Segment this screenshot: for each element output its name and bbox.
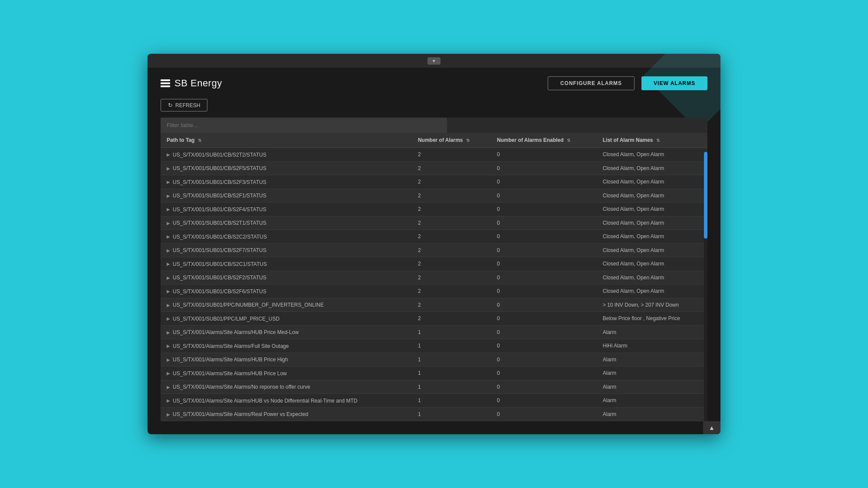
expand-button[interactable]: ▶ US_S/TX/001/Alarms/Site Alarms/Real Po…	[167, 411, 308, 417]
expand-button[interactable]: ▶ US_S/TX/001/SUB01/CB/S2F4/STATUS	[167, 206, 266, 213]
cell-num-enabled: 0	[491, 325, 597, 339]
cell-path: ▶ US_S/TX/001/SUB01/CB/S2T2/STATUS	[161, 148, 412, 162]
path-value: US_S/TX/001/SUB01/CB/S2F6/STATUS	[173, 288, 266, 295]
expand-button[interactable]: ▶ US_S/TX/001/Alarms/Site Alarms/HUB vs …	[167, 398, 357, 404]
filter-input[interactable]	[161, 118, 447, 133]
sort-icon-path: ⇅	[198, 138, 201, 143]
expand-arrow-icon: ▶	[167, 275, 170, 280]
cell-num-alarms: 2	[412, 243, 491, 257]
cell-path: ▶ US_S/TX/001/SUB01/CB/S2F4/STATUS	[161, 203, 412, 216]
table-row[interactable]: ▶ US_S/TX/001/SUB01/CB/S2F1/STATUS 2 0 C…	[161, 189, 707, 203]
cell-alarm-names: Alarm	[597, 353, 707, 367]
table-header-row: Path to Tag ⇅ Number of Alarms ⇅ Number …	[161, 133, 707, 148]
expand-arrow-icon: ▶	[167, 344, 170, 348]
table-row[interactable]: ▶ US_S/TX/001/Alarms/Site Alarms/No repo…	[161, 380, 707, 394]
expand-button[interactable]: ▶ US_S/TX/001/SUB01/PPC/NUMBER_OF_INVERT…	[167, 302, 324, 308]
expand-arrow-icon: ▶	[167, 357, 170, 362]
path-value: US_S/TX/001/SUB01/CB/S2C1/STATUS	[173, 261, 267, 267]
view-alarms-button[interactable]: VIEW ALARMS	[641, 76, 707, 90]
path-value: US_S/TX/001/SUB01/PPC/LMP_PRICE_USD	[173, 316, 279, 322]
cell-num-alarms: 2	[412, 298, 491, 312]
cell-path: ▶ US_S/TX/001/Alarms/Site Alarms/HUB vs …	[161, 394, 412, 408]
titlebar-dropdown[interactable]: ▾	[427, 57, 441, 65]
expand-button[interactable]: ▶ US_S/TX/001/SUB01/CB/S2T1/STATUS	[167, 220, 266, 226]
cell-alarm-names: Alarm	[597, 367, 707, 380]
table-row[interactable]: ▶ US_S/TX/001/SUB01/CB/S2T2/STATUS 2 0 C…	[161, 148, 707, 162]
table-row[interactable]: ▶ US_S/TX/001/SUB01/PPC/NUMBER_OF_INVERT…	[161, 298, 707, 312]
table-row[interactable]: ▶ US_S/TX/001/SUB01/CB/S2F3/STATUS 2 0 C…	[161, 175, 707, 189]
cell-path: ▶ US_S/TX/001/SUB01/CB/S2F5/STATUS	[161, 161, 412, 175]
refresh-button[interactable]: ↻ REFRESH	[161, 99, 207, 111]
cell-alarm-names: Alarm	[597, 380, 707, 394]
cell-path: ▶ US_S/TX/001/Alarms/Site Alarms/Real Po…	[161, 407, 412, 421]
expand-button[interactable]: ▶ US_S/TX/001/Alarms/Site Alarms/Full Si…	[167, 343, 289, 349]
path-value: US_S/TX/001/Alarms/Site Alarms/HUB Price…	[173, 370, 287, 377]
table-row[interactable]: ▶ US_S/TX/001/SUB01/CB/S2F5/STATUS 2 0 C…	[161, 161, 707, 175]
table-row[interactable]: ▶ US_S/TX/001/Alarms/Site Alarms/HUB Pri…	[161, 367, 707, 380]
expand-button[interactable]: ▶ US_S/TX/001/Alarms/Site Alarms/HUB Pri…	[167, 370, 287, 377]
table-row[interactable]: ▶ US_S/TX/001/Alarms/Site Alarms/Full Si…	[161, 339, 707, 353]
expand-arrow-icon: ▶	[167, 371, 170, 376]
path-value: US_S/TX/001/Alarms/Site Alarms/HUB Price…	[173, 329, 299, 335]
filter-row	[161, 118, 707, 133]
cell-path: ▶ US_S/TX/001/Alarms/Site Alarms/HUB Pri…	[161, 325, 412, 339]
expand-button[interactable]: ▶ US_S/TX/001/SUB01/CB/S2T2/STATUS	[167, 152, 266, 158]
cell-alarm-names: Alarm	[597, 407, 707, 421]
cell-num-alarms: 1	[412, 394, 491, 408]
configure-alarms-button[interactable]: CONFIGURE ALARMS	[548, 76, 635, 90]
expand-button[interactable]: ▶ US_S/TX/001/Alarms/Site Alarms/HUB Pri…	[167, 357, 288, 363]
table-row[interactable]: ▶ US_S/TX/001/SUB01/CB/S2F7/STATUS 2 0 C…	[161, 243, 707, 257]
expand-button[interactable]: ▶ US_S/TX/001/SUB01/CB/S2C1/STATUS	[167, 261, 267, 267]
table-row[interactable]: ▶ US_S/TX/001/SUB01/CB/S2F4/STATUS 2 0 C…	[161, 203, 707, 216]
path-value: US_S/TX/001/Alarms/Site Alarms/No repons…	[173, 384, 310, 390]
table-row[interactable]: ▶ US_S/TX/001/SUB01/CB/S2F6/STATUS 2 0 C…	[161, 285, 707, 298]
expand-arrow-icon: ▶	[167, 412, 170, 417]
table-row[interactable]: ▶ US_S/TX/001/Alarms/Site Alarms/HUB Pri…	[161, 325, 707, 339]
expand-button[interactable]: ▶ US_S/TX/001/SUB01/CB/S2F5/STATUS	[167, 165, 266, 171]
col-header-num-alarms[interactable]: Number of Alarms ⇅	[412, 133, 491, 148]
col-header-path[interactable]: Path to Tag ⇅	[161, 133, 412, 148]
cell-num-alarms: 2	[412, 257, 491, 271]
path-value: US_S/TX/001/SUB01/CB/S2F1/STATUS	[173, 193, 266, 199]
table-row[interactable]: ▶ US_S/TX/001/SUB01/CB/S2T1/STATUS 2 0 C…	[161, 216, 707, 230]
expand-arrow-icon: ▶	[167, 289, 170, 294]
cell-num-alarms: 1	[412, 339, 491, 353]
expand-button[interactable]: ▶ US_S/TX/001/Alarms/Site Alarms/HUB Pri…	[167, 329, 299, 335]
expand-button[interactable]: ▶ US_S/TX/001/Alarms/Site Alarms/No repo…	[167, 384, 310, 390]
expand-button[interactable]: ▶ US_S/TX/001/SUB01/PPC/LMP_PRICE_USD	[167, 316, 279, 322]
table-row[interactable]: ▶ US_S/TX/001/SUB01/CB/S2F2/STATUS 2 0 C…	[161, 271, 707, 285]
path-value: US_S/TX/001/SUB01/CB/S2T2/STATUS	[173, 152, 266, 158]
cell-num-enabled: 0	[491, 380, 597, 394]
header-row: SB Energy CONFIGURE ALARMS VIEW ALARMS	[161, 76, 707, 90]
table-row[interactable]: ▶ US_S/TX/001/SUB01/CB/S2C1/STATUS 2 0 C…	[161, 257, 707, 271]
table-row[interactable]: ▶ US_S/TX/001/Alarms/Site Alarms/HUB vs …	[161, 394, 707, 408]
expand-button[interactable]: ▶ US_S/TX/001/SUB01/CB/S2F1/STATUS	[167, 193, 266, 199]
expand-button[interactable]: ▶ US_S/TX/001/SUB01/CB/S2F7/STATUS	[167, 247, 266, 253]
path-value: US_S/TX/001/SUB01/CB/S2F3/STATUS	[173, 179, 266, 185]
table-row[interactable]: ▶ US_S/TX/001/Alarms/Site Alarms/HUB Pri…	[161, 353, 707, 367]
cell-alarm-names: Closed Alarm, Open Alarm	[597, 161, 707, 175]
sort-icon-num: ⇅	[466, 138, 470, 143]
cell-num-alarms: 1	[412, 367, 491, 380]
cell-alarm-names: Alarm	[597, 394, 707, 408]
table-row[interactable]: ▶ US_S/TX/001/Alarms/Site Alarms/Real Po…	[161, 407, 707, 421]
col-header-num-enabled[interactable]: Number of Alarms Enabled ⇅	[491, 133, 597, 148]
cell-path: ▶ US_S/TX/001/SUB01/CB/S2F3/STATUS	[161, 175, 412, 189]
scrollbar-track	[704, 152, 707, 421]
expand-button[interactable]: ▶ US_S/TX/001/SUB01/CB/S2F3/STATUS	[167, 179, 266, 185]
cell-num-alarms: 2	[412, 271, 491, 285]
scrollbar-thumb[interactable]	[704, 152, 707, 239]
col-header-names[interactable]: List of Alarm Names ⇅	[597, 133, 707, 148]
expand-button[interactable]: ▶ US_S/TX/001/SUB01/CB/S2F6/STATUS	[167, 288, 266, 295]
cell-path: ▶ US_S/TX/001/Alarms/Site Alarms/No repo…	[161, 380, 412, 394]
cell-num-alarms: 2	[412, 189, 491, 203]
cell-num-enabled: 0	[491, 394, 597, 408]
path-value: US_S/TX/001/SUB01/CB/S2F5/STATUS	[173, 165, 266, 171]
table-row[interactable]: ▶ US_S/TX/001/SUB01/PPC/LMP_PRICE_USD 2 …	[161, 312, 707, 326]
cell-num-enabled: 0	[491, 367, 597, 380]
expand-button[interactable]: ▶ US_S/TX/001/SUB01/CB/S2F2/STATUS	[167, 275, 266, 281]
expand-button[interactable]: ▶ US_S/TX/001/SUB01/CB/S2C2/STATUS	[167, 234, 267, 240]
cell-alarm-names: Closed Alarm, Open Alarm	[597, 285, 707, 298]
cell-alarm-names: HiHi Alarm	[597, 339, 707, 353]
table-row[interactable]: ▶ US_S/TX/001/SUB01/CB/S2C2/STATUS 2 0 C…	[161, 230, 707, 244]
